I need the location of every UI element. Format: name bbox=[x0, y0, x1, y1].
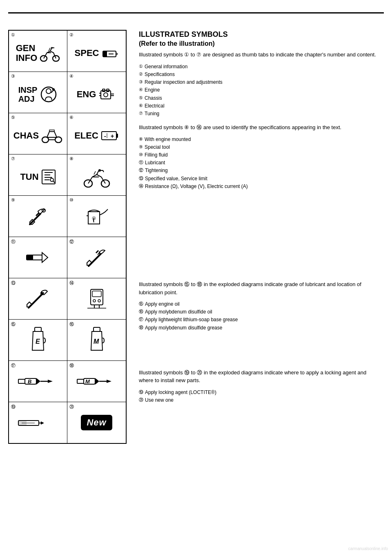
list-item-9: ⑨Special tool bbox=[139, 143, 380, 151]
cell-num-20: ⑳ bbox=[69, 404, 74, 410]
eng-label: ENG bbox=[77, 89, 96, 100]
cell-14: ⑭ bbox=[67, 278, 126, 319]
grid-row-8: ⑮ E ⑯ M bbox=[9, 320, 126, 361]
cell-num-14: ⑭ bbox=[69, 280, 74, 286]
cell-16: ⑯ M bbox=[67, 320, 126, 360]
cell-num-6: ⑥ bbox=[69, 115, 74, 120]
svg-rect-33 bbox=[27, 255, 33, 260]
cell-geninfo: ① GENINFO bbox=[9, 31, 67, 72]
cell-num-16: ⑯ bbox=[69, 321, 74, 327]
list-item-8: ⑧With engine mounted bbox=[139, 136, 380, 143]
engine-icon bbox=[98, 87, 116, 102]
svg-marker-49 bbox=[48, 380, 53, 383]
list-item-2: ②Specifications bbox=[139, 71, 380, 78]
list-item-16: ⑯Apply molybdenum disulfide oil bbox=[139, 308, 380, 316]
main-title: ILLUSTRATED SYMBOLS bbox=[139, 30, 380, 39]
tuning-icon bbox=[41, 169, 56, 185]
svg-text:M: M bbox=[94, 338, 99, 345]
list-item-14: ⑭Resistance (Ω), Voltage (V), Electric c… bbox=[139, 183, 380, 190]
cell-19: ⑲ bbox=[9, 402, 67, 443]
list-item-3: ③Regular inspection and adjustments bbox=[139, 78, 380, 86]
cell-eng: ④ ENG bbox=[67, 72, 126, 113]
cell-num-2: ② bbox=[69, 32, 74, 38]
filling-fluid-icon bbox=[85, 204, 109, 229]
grid-row-6: ⑪ ⑫ bbox=[9, 237, 126, 278]
cell-num-11: ⑪ bbox=[11, 239, 16, 245]
svg-text:+: + bbox=[111, 133, 114, 139]
cell-15: ⑮ E bbox=[9, 320, 67, 360]
text-content: ILLUSTRATED SYMBOLS (Refer to the illust… bbox=[135, 30, 384, 444]
battery-icon: - + bbox=[101, 130, 119, 141]
chas-label: CHAS bbox=[13, 130, 39, 141]
list-1: ①General information ②Specifications ③Re… bbox=[139, 63, 380, 118]
svg-marker-55 bbox=[107, 380, 111, 383]
cell-11: ⑪ bbox=[9, 237, 67, 278]
spec-label: SPEC bbox=[75, 48, 99, 58]
cell-spec: ② SPEC bbox=[67, 31, 126, 72]
spec-tool-icon bbox=[102, 47, 118, 59]
cell-num-10: ⑩ bbox=[69, 197, 74, 203]
inspadj-label: INSPADJ bbox=[18, 85, 38, 103]
grid-row-4: ⑦ TUN ⑧ bbox=[9, 154, 126, 196]
svg-rect-44 bbox=[18, 379, 25, 383]
geninfo-label: GENINFO bbox=[16, 43, 38, 63]
loctite-icon bbox=[18, 415, 58, 430]
inspection-icon bbox=[40, 85, 58, 103]
list-item-20: ⑳Use new one bbox=[139, 396, 380, 404]
grid-row-10: ⑲ ⑳ New bbox=[9, 402, 126, 443]
list-item-11: ⑪Lubricant bbox=[139, 159, 380, 167]
spec-value-icon bbox=[25, 287, 51, 310]
moto-mounted-icon bbox=[82, 166, 111, 188]
cell-num-15: ⑮ bbox=[11, 321, 16, 327]
list-item-7: ⑦Tuning bbox=[139, 110, 380, 118]
svg-rect-50 bbox=[77, 379, 84, 383]
grid-row-2: ③ INSPADJ ④ ENG bbox=[9, 72, 126, 113]
cell-10: ⑩ bbox=[67, 196, 126, 237]
svg-point-24 bbox=[50, 178, 53, 181]
cell-elec: ⑥ ELEC - + bbox=[67, 113, 126, 154]
cell-20: ⑳ New bbox=[67, 402, 126, 443]
svg-rect-8 bbox=[101, 91, 111, 99]
special-tool-icon bbox=[26, 204, 50, 228]
cell-num-4: ④ bbox=[69, 74, 74, 79]
svg-point-34 bbox=[40, 292, 43, 294]
motorcycle-icon-1 bbox=[40, 45, 60, 62]
intro-text: Illustrated symbols ① to ⑦ are designed … bbox=[139, 51, 380, 59]
cell-13: ⑬ bbox=[9, 278, 67, 319]
cell-num-1: ① bbox=[11, 32, 15, 38]
tun-label: TUN bbox=[20, 172, 38, 182]
chassis-icon bbox=[41, 128, 62, 143]
svg-text:M: M bbox=[85, 378, 90, 385]
grease-m-icon: M bbox=[76, 374, 117, 389]
tightening-icon bbox=[85, 246, 109, 269]
grid-row-5: ⑨ ⑩ bbox=[9, 196, 126, 237]
cell-8: ⑧ bbox=[67, 154, 126, 195]
svg-marker-53 bbox=[95, 378, 99, 385]
resistance-icon bbox=[84, 287, 109, 311]
list-2: ⑧With engine mounted ⑨Special tool ⑩Fill… bbox=[139, 136, 380, 190]
svg-point-37 bbox=[93, 300, 96, 302]
list-item-6: ⑥Electrical bbox=[139, 102, 380, 110]
svg-point-7 bbox=[52, 88, 55, 91]
list-item-4: ④Engine bbox=[139, 86, 380, 94]
list-3: ⑮Apply engine oil ⑯Apply molybdenum disu… bbox=[139, 300, 380, 332]
cell-num-5: ⑤ bbox=[11, 115, 15, 120]
list-item-13: ⑬Specified value, Service limit bbox=[139, 175, 380, 183]
cell-num-3: ③ bbox=[11, 74, 15, 79]
watermark: carmanualsonline.info bbox=[348, 546, 388, 551]
new-badge: New bbox=[81, 415, 112, 430]
cell-num-9: ⑨ bbox=[11, 197, 15, 203]
svg-point-28 bbox=[98, 169, 101, 172]
grid-row-1: ① GENINFO ② SPEC bbox=[9, 31, 126, 72]
cell-num-12: ⑫ bbox=[69, 239, 74, 245]
cell-tun: ⑦ TUN bbox=[9, 154, 67, 195]
moly-oil-bottle-icon: M bbox=[89, 326, 105, 354]
grid-row-7: ⑬ ⑭ bbox=[9, 278, 126, 320]
list-item-10: ⑩Filling fluid bbox=[139, 151, 380, 159]
svg-point-38 bbox=[98, 300, 100, 302]
list-4: ⑲Apply locking agent (LOCTITE®) ⑳Use new… bbox=[139, 389, 380, 404]
cell-inspadj: ③ INSPADJ bbox=[9, 72, 67, 113]
cell-num-13: ⑬ bbox=[11, 280, 16, 286]
svg-rect-42 bbox=[94, 327, 100, 331]
cell-num-17: ⑰ bbox=[11, 363, 16, 369]
